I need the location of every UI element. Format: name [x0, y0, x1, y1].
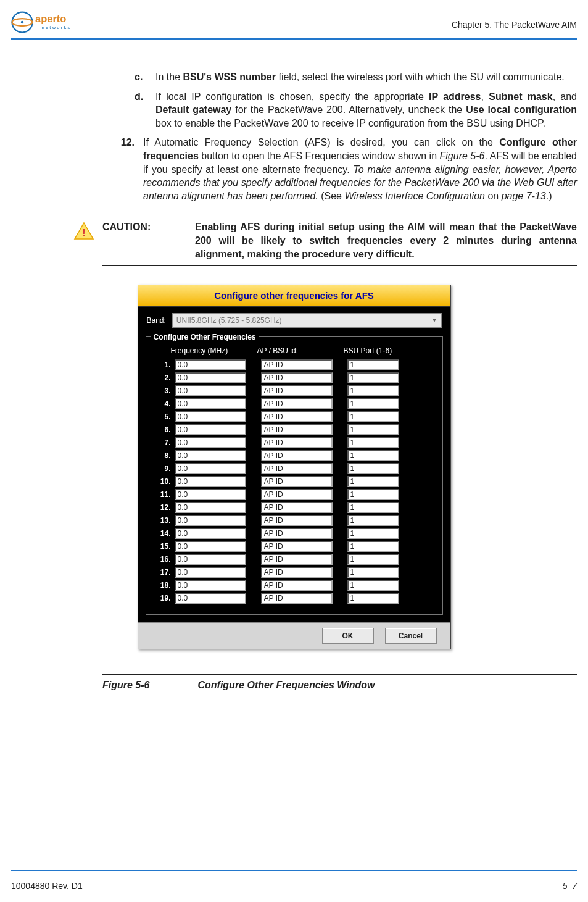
aperto-logo-icon: aperto networks — [11, 11, 85, 33]
svg-point-2 — [21, 21, 24, 24]
afs-row-index: 13. — [152, 516, 175, 525]
ap-bsu-id-input[interactable] — [261, 411, 333, 422]
ap-bsu-id-input[interactable] — [261, 437, 333, 448]
cancel-button[interactable]: Cancel — [385, 628, 437, 644]
page-number: 5–7 — [563, 881, 577, 891]
afs-row: 10. — [152, 476, 436, 487]
frequency-input[interactable] — [175, 515, 246, 526]
ap-bsu-id-input[interactable] — [261, 385, 333, 396]
ap-bsu-id-input[interactable] — [261, 541, 333, 552]
afs-row-index: 19. — [152, 593, 175, 603]
ap-bsu-id-input[interactable] — [261, 502, 333, 513]
frequency-input[interactable] — [175, 411, 246, 422]
ap-bsu-id-input[interactable] — [261, 515, 333, 526]
afs-band-row: Band: UNII5.8GHz (5.725 - 5.825GHz) ▾ — [138, 307, 450, 334]
col-header-port: BSU Port (1-6) — [344, 346, 412, 356]
bsu-port-input[interactable] — [347, 424, 399, 435]
afs-row-index: 8. — [152, 451, 175, 461]
afs-row: 7. — [152, 437, 436, 448]
frequency-input[interactable] — [175, 463, 246, 474]
afs-dialog-buttons: OK Cancel — [138, 622, 450, 649]
frequency-input[interactable] — [175, 450, 246, 461]
ap-bsu-id-input[interactable] — [261, 580, 333, 591]
bsu-port-input[interactable] — [347, 541, 399, 552]
bsu-port-input[interactable] — [347, 398, 399, 409]
ap-bsu-id-input[interactable] — [261, 359, 333, 370]
frequency-input[interactable] — [175, 593, 246, 604]
bsu-port-input[interactable] — [347, 359, 399, 370]
frequency-input[interactable] — [175, 541, 246, 552]
frequency-input[interactable] — [175, 489, 246, 500]
afs-row-index: 12. — [152, 503, 175, 512]
afs-row-index: 3. — [152, 386, 175, 396]
afs-row-index: 9. — [152, 464, 175, 474]
svg-text:networks: networks — [42, 25, 72, 30]
caution-label: CAUTION: — [102, 220, 195, 261]
caution-icon: ! — [73, 222, 94, 240]
bsu-port-input[interactable] — [347, 502, 399, 513]
ap-bsu-id-input[interactable] — [261, 424, 333, 435]
ap-bsu-id-input[interactable] — [261, 398, 333, 409]
figure-label: Figure 5-6 — [102, 679, 195, 692]
frequency-input[interactable] — [175, 567, 246, 578]
frequency-input[interactable] — [175, 554, 246, 565]
ap-bsu-id-input[interactable] — [261, 489, 333, 500]
bsu-port-input[interactable] — [347, 437, 399, 448]
afs-row: 11. — [152, 489, 436, 500]
afs-row: 8. — [152, 450, 436, 461]
afs-row-index: 1. — [152, 360, 175, 370]
bsu-port-input[interactable] — [347, 450, 399, 461]
figure-caption: Figure 5-6 Configure Other Frequencies W… — [102, 674, 577, 692]
ap-bsu-id-input[interactable] — [261, 450, 333, 461]
frequency-input[interactable] — [175, 359, 246, 370]
footer-rule — [11, 870, 577, 871]
col-header-frequency: Frequency (MHz) — [171, 346, 257, 356]
header-rule — [11, 38, 577, 40]
afs-row: 12. — [152, 502, 436, 513]
frequency-input[interactable] — [175, 385, 246, 396]
frequency-input[interactable] — [175, 398, 246, 409]
figure-caption-text: Configure Other Frequencies Window — [197, 680, 375, 690]
afs-row-index: 16. — [152, 554, 175, 564]
afs-row-index: 6. — [152, 425, 175, 435]
ap-bsu-id-input[interactable] — [261, 554, 333, 565]
frequency-input[interactable] — [175, 424, 246, 435]
frequency-input[interactable] — [175, 372, 246, 383]
ap-bsu-id-input[interactable] — [261, 567, 333, 578]
bsu-port-input[interactable] — [347, 385, 399, 396]
frequency-input[interactable] — [175, 476, 246, 487]
col-header-apid: AP / BSU id: — [257, 346, 344, 356]
afs-row-index: 4. — [152, 399, 175, 409]
caution-text: Enabling AFS during initial setup using … — [195, 220, 577, 261]
bsu-port-input[interactable] — [347, 463, 399, 474]
ok-button[interactable]: OK — [322, 628, 374, 644]
frequency-input[interactable] — [175, 437, 246, 448]
bsu-port-input[interactable] — [347, 515, 399, 526]
afs-dialog-title: Configure other frequencies for AFS — [138, 285, 450, 307]
band-label: Band: — [147, 315, 166, 325]
ap-bsu-id-input[interactable] — [261, 476, 333, 487]
page-footer: 10004880 Rev. D1 5–7 — [11, 881, 577, 891]
frequency-input[interactable] — [175, 580, 246, 591]
list-marker: d. — [135, 90, 155, 130]
bsu-port-input[interactable] — [347, 567, 399, 578]
bsu-port-input[interactable] — [347, 372, 399, 383]
bsu-port-input[interactable] — [347, 593, 399, 604]
bsu-port-input[interactable] — [347, 476, 399, 487]
ap-bsu-id-input[interactable] — [261, 372, 333, 383]
bsu-port-input[interactable] — [347, 489, 399, 500]
bsu-port-input[interactable] — [347, 528, 399, 539]
frequency-input[interactable] — [175, 528, 246, 539]
afs-row: 9. — [152, 463, 436, 474]
bsu-port-input[interactable] — [347, 411, 399, 422]
ap-bsu-id-input[interactable] — [261, 528, 333, 539]
band-select[interactable]: UNII5.8GHz (5.725 - 5.825GHz) ▾ — [172, 313, 442, 328]
bsu-port-input[interactable] — [347, 580, 399, 591]
afs-row: 2. — [152, 372, 436, 383]
frequency-input[interactable] — [175, 502, 246, 513]
bsu-port-input[interactable] — [347, 554, 399, 565]
ap-bsu-id-input[interactable] — [261, 463, 333, 474]
list-item-c: c. In the BSU's WSS number field, select… — [135, 70, 577, 84]
ap-bsu-id-input[interactable] — [261, 593, 333, 604]
afs-group-box: Configure Other Frequencies Frequency (M… — [146, 336, 443, 615]
